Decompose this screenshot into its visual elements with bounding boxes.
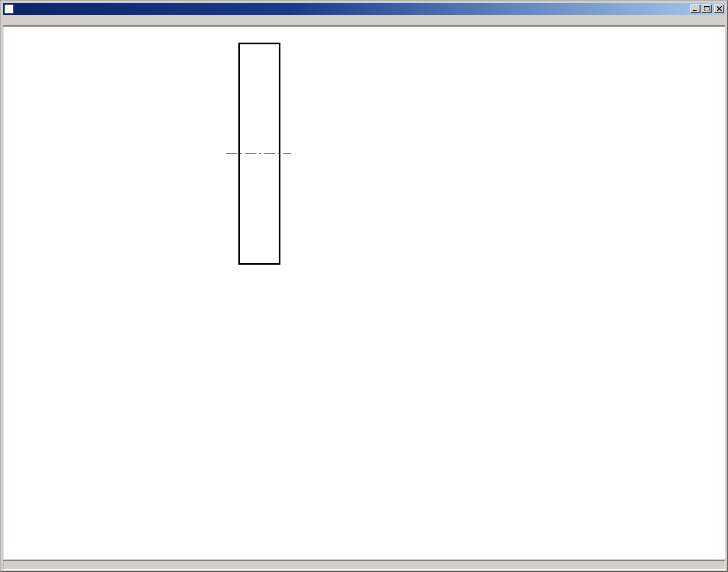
title-bar[interactable] [3, 3, 725, 15]
close-icon [717, 6, 722, 11]
minimize-icon [693, 6, 698, 11]
center-line [226, 150, 291, 157]
status-bar [3, 560, 725, 570]
close-button[interactable] [714, 4, 724, 13]
app-spiral-icon [4, 4, 13, 13]
app-window [0, 0, 728, 572]
spiral-spring-drawing [6, 41, 228, 264]
minimize-button[interactable] [690, 4, 701, 13]
maximize-icon [704, 6, 709, 11]
goodman-chart [349, 296, 598, 527]
client-area [3, 26, 725, 559]
charline-chart [32, 297, 284, 542]
menu-bar [3, 15, 725, 25]
error-messages [499, 154, 513, 219]
maximize-button[interactable] [702, 4, 712, 13]
